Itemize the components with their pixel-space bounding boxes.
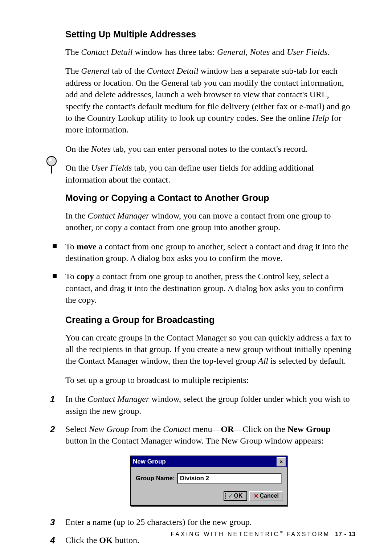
text: and <box>270 47 287 57</box>
tip-block: On the Notes tab, you can enter personal… <box>65 143 352 185</box>
term-all: All <box>258 356 268 366</box>
trademark-icon: ™ <box>279 530 283 535</box>
term-new-group: New Group <box>89 424 129 434</box>
footer-text: FAXSTORM <box>283 531 330 537</box>
list-item-text: To copy a contact from one group to anot… <box>65 270 352 306</box>
term-general: General <box>81 66 110 76</box>
text: On the <box>65 163 91 172</box>
list-item: ■ To copy a contact from one group to an… <box>52 270 352 306</box>
text: tab, you can enter personal notes to the… <box>111 144 308 154</box>
bullet-icon: ■ <box>52 270 65 306</box>
step-item: 2 Select New Group from the Contact menu… <box>50 423 352 452</box>
term-move: move <box>77 242 97 251</box>
cancel-label: Cancel <box>260 493 279 499</box>
step-number: 1 <box>50 393 65 422</box>
text: , <box>246 47 250 57</box>
paragraph: The General tab of the Contact Detail wi… <box>65 65 352 135</box>
heading-moving-copying: Moving or Copying a Contact to Another G… <box>65 193 352 203</box>
text: In the <box>65 211 87 220</box>
section-setting-up: Setting Up Multiple Addresses The Contac… <box>65 29 352 136</box>
page-footer: FAXING WITH NETCENTRIC™ FAXSTORM17 - 13 <box>44 530 356 538</box>
term-help: Help <box>312 113 329 123</box>
term-notes: Notes <box>91 144 111 154</box>
group-name-value: Division 2 <box>180 475 209 482</box>
close-icon: × <box>280 458 283 465</box>
group-name-input[interactable]: Division 2 <box>177 473 282 484</box>
bullet-icon: ■ <box>52 241 65 264</box>
text: —Click on the <box>234 424 287 434</box>
heading-creating-group: Creating a Group for Broadcasting <box>65 315 352 325</box>
page-number: 17 - 13 <box>335 531 356 537</box>
ok-label: OK <box>234 493 243 499</box>
list-item: ■ To move a contact from one group to an… <box>52 241 352 264</box>
step-text: Select New Group from the Contact menu—O… <box>65 423 352 447</box>
step-text: In the Contact Manager window, select th… <box>65 393 352 417</box>
paragraph: On the User Fields tab, you can define u… <box>65 162 352 185</box>
paragraph: In the Contact Manager window, you can m… <box>65 210 352 233</box>
text: a contact from one group to another, sel… <box>65 242 348 263</box>
dialog-button-row: ✓ OK ✕ Cancel <box>131 489 287 505</box>
text: The <box>65 47 81 57</box>
text: tab of the <box>110 66 147 76</box>
term-general: General <box>217 47 246 57</box>
text: menu— <box>191 424 221 434</box>
cancel-button[interactable]: ✕ Cancel <box>249 491 283 501</box>
ok-button[interactable]: ✓ OK <box>224 491 247 501</box>
paragraph: To set up a group to broadcast to multip… <box>65 374 352 386</box>
step-item: 1 In the Contact Manager window, select … <box>50 393 352 422</box>
heading-setting-up: Setting Up Multiple Addresses <box>65 29 352 40</box>
document-page: Setting Up Multiple Addresses The Contac… <box>0 0 392 555</box>
term-new-group-btn: New Group <box>287 424 331 434</box>
close-button[interactable]: × <box>277 457 286 466</box>
term-user-fields: User Fields <box>91 163 132 172</box>
term-notes: Notes <box>250 47 270 57</box>
dialog-figure: New Group × Group Name: Division 2 <box>65 456 352 506</box>
x-icon: ✕ <box>254 493 258 499</box>
term-or: OR <box>221 424 234 434</box>
dialog-title: New Group <box>133 458 166 465</box>
text: from the <box>129 424 163 434</box>
paragraph: You can create groups in the Contact Man… <box>65 332 352 367</box>
step-number: 2 <box>50 423 65 452</box>
dialog-body: Group Name: Division 2 <box>131 467 287 489</box>
term-copy: copy <box>77 272 94 281</box>
dialog-titlebar: New Group × <box>131 456 287 467</box>
svg-point-0 <box>47 156 56 166</box>
list-item-text: To move a contact from one group to anot… <box>65 241 352 264</box>
text: Select <box>65 424 89 434</box>
footer-text: FAXING WITH NETCENTRIC <box>171 531 279 537</box>
text: To <box>65 242 77 251</box>
paragraph: On the Notes tab, you can enter personal… <box>65 143 352 155</box>
paragraph: The Contact Detail window has three tabs… <box>65 46 352 58</box>
term-contact-detail: Contact Detail <box>81 47 132 57</box>
text: is selected by default. <box>268 356 346 366</box>
text: a contact from one group to another, pre… <box>65 272 344 305</box>
text: On the <box>65 144 91 154</box>
check-icon: ✓ <box>228 493 233 499</box>
term-user-fields: User Fields <box>287 47 328 57</box>
text: button in the Contact Manager window. Th… <box>65 436 324 445</box>
svg-point-1 <box>49 158 52 161</box>
term-contact-manager: Contact Manager <box>87 211 149 220</box>
text: The <box>65 66 81 76</box>
text: To <box>65 272 77 281</box>
term-contact-manager: Contact Manager <box>87 394 149 404</box>
text: window has three tabs: <box>132 47 217 57</box>
group-name-row: Group Name: Division 2 <box>136 473 282 484</box>
new-group-dialog: New Group × Group Name: Division 2 <box>130 456 287 506</box>
term-contact-detail: Contact Detail <box>147 66 199 76</box>
group-name-label: Group Name: <box>136 475 175 482</box>
text: . <box>328 47 330 57</box>
term-contact: Contact <box>163 424 191 434</box>
step-text: Enter a name (up to 25 characters) for t… <box>65 516 352 528</box>
section-creating-group: Creating a Group for Broadcasting You ca… <box>65 315 352 551</box>
text: In the <box>65 394 87 404</box>
pushpin-icon <box>45 156 58 174</box>
section-moving-copying: Moving or Copying a Contact to Another G… <box>65 193 352 306</box>
